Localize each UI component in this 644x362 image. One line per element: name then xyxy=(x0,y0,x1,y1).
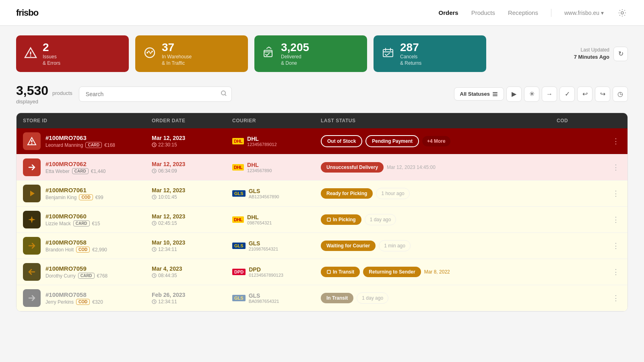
payment-tag: COD xyxy=(76,299,90,305)
status-in-picking: In Picking xyxy=(321,214,361,225)
return-filter-button[interactable]: ↩ xyxy=(577,86,592,102)
status-waiting-for-courier: Waiting for Courier xyxy=(321,241,376,251)
cell-more: ⋮ xyxy=(605,135,621,147)
row-more-button[interactable]: ⋮ xyxy=(611,135,621,147)
courier-logo-dpd: DPD xyxy=(232,269,246,275)
clock-filter-button[interactable]: ◷ xyxy=(613,86,628,102)
table-row[interactable]: #100MRO7063 Leonard Manning CARD €168 Ma… xyxy=(17,128,627,154)
stat-delivered-label: Delivered & Done xyxy=(281,54,309,66)
svg-point-0 xyxy=(621,12,623,14)
refresh-button[interactable]: ↻ xyxy=(613,47,628,61)
cell-courier: GLS GLS BA0987654321 xyxy=(232,292,321,304)
courier-logo-gls: GLS xyxy=(232,295,246,301)
order-meta: Leonard Manning CARD €168 xyxy=(45,142,115,148)
order-meta: Lizzie Mack CARD €15 xyxy=(45,220,100,226)
row-icon-spark xyxy=(23,211,41,228)
cell-status: In Picking 1 day ago xyxy=(321,214,557,225)
row-more-button[interactable]: ⋮ xyxy=(611,161,621,173)
row-more-button[interactable]: ⋮ xyxy=(611,292,621,304)
row-icon-return xyxy=(23,263,41,281)
check-filter-button[interactable]: ✓ xyxy=(559,86,575,102)
cell-store-id: #100MRO7063 Leonard Manning CARD €168 xyxy=(23,132,152,150)
stat-card-delivered[interactable]: 3,205 Delivered & Done xyxy=(254,35,367,72)
nav-domain[interactable]: www.frisbo.eu ▾ xyxy=(564,10,604,16)
order-number: #100MRO7058 xyxy=(45,239,107,246)
order-meta: Etta Weber CARD €1,440 xyxy=(45,168,105,174)
search-box xyxy=(79,86,232,102)
order-number: #100MRO7058 xyxy=(45,291,103,298)
row-more-button[interactable]: ⋮ xyxy=(611,187,621,200)
cell-date: Mar 10, 2023 12:34:11 xyxy=(152,239,232,252)
svg-point-4 xyxy=(147,52,148,53)
table-header: Store ID Order Date Courier Last Status … xyxy=(17,113,627,128)
all-statuses-button[interactable]: All Statuses xyxy=(454,87,504,101)
play-filter-button[interactable]: ▶ xyxy=(506,86,522,102)
cell-more: ⋮ xyxy=(605,292,621,304)
row-icon-play xyxy=(23,185,41,202)
row-more-button[interactable]: ⋮ xyxy=(611,266,621,278)
toolbar: 3,530 products displayed All Statuses xyxy=(16,83,628,105)
cell-store-id: #100MRO7061 Benjamin King COD €99 xyxy=(23,185,152,202)
cell-store-id: #100MRO7058 Brandon Holt COD €2,990 xyxy=(23,237,152,255)
cell-store-id: #100MRO7062 Etta Weber CARD €1,440 xyxy=(23,158,152,176)
th-actions xyxy=(605,118,621,123)
cell-courier: GLS GLS AB1234567890 xyxy=(232,188,321,199)
cell-status: In Transit 1 day ago xyxy=(321,292,557,304)
th-cod: COD xyxy=(557,118,605,123)
status-time: 1 day ago xyxy=(365,214,396,225)
row-icon-arrow-right xyxy=(23,158,41,176)
row-icon-arrow-olive xyxy=(23,237,41,255)
status-ready-for-picking: Ready for Picking xyxy=(321,188,373,199)
cell-status: Out of Stock Pending Payment +4 More xyxy=(321,135,557,147)
nav-orders[interactable]: Orders xyxy=(439,9,458,16)
order-meta: Dorothy Curry CARD €768 xyxy=(45,273,107,279)
table-row[interactable]: #100MRO7059 Dorothy Curry CARD €768 Mar … xyxy=(17,259,627,285)
cell-date: Mar 12, 2023 22:30:15 xyxy=(152,135,232,148)
nav-products[interactable]: Products xyxy=(471,9,495,16)
stat-cancels-number: 287 xyxy=(400,41,421,54)
row-more-button[interactable]: ⋮ xyxy=(611,240,621,252)
svg-point-13 xyxy=(31,143,33,144)
stat-card-cancels[interactable]: 287 Cancels & Returns xyxy=(374,35,486,72)
product-count: 3,530 products displayed xyxy=(16,83,72,105)
filter-bar: All Statuses ▶ ✳ → ✓ ↩ ↪ ◷ xyxy=(454,86,628,102)
cell-more: ⋮ xyxy=(605,187,621,200)
cell-date: Mar 12, 2023 10:01:45 xyxy=(152,187,232,200)
svg-point-8 xyxy=(221,91,225,95)
svg-rect-7 xyxy=(383,49,393,57)
table-row[interactable]: #100MRO7058 Brandon Holt COD €2,990 Mar … xyxy=(17,233,627,259)
row-more-button[interactable]: ⋮ xyxy=(611,214,621,226)
courier-logo-dhl: DHL xyxy=(232,164,244,171)
status-more[interactable]: +4 More xyxy=(422,136,450,146)
search-input[interactable] xyxy=(79,86,232,102)
table-row[interactable]: #100MRO7061 Benjamin King COD €99 Mar 12… xyxy=(17,181,627,207)
asterisk-filter-button[interactable]: ✳ xyxy=(524,86,539,102)
undo-filter-button[interactable]: ↪ xyxy=(595,86,610,102)
cancels-icon xyxy=(382,46,394,62)
table-row[interactable]: #100MRO7060 Lizzie Mack CARD €15 Mar 12,… xyxy=(17,207,627,233)
status-returning: Returning to Sender xyxy=(363,267,421,277)
order-info: #100MRO7059 Dorothy Curry CARD €768 xyxy=(45,265,107,279)
table-row[interactable]: #100MRO7062 Etta Weber CARD €1,440 Mar 1… xyxy=(17,154,627,181)
row-icon-arrow-gray xyxy=(23,289,41,307)
cell-more: ⋮ xyxy=(605,240,621,252)
order-number: #100MRO7059 xyxy=(45,265,107,272)
status-in-transit-gray: In Transit xyxy=(321,293,353,303)
stat-card-warehouse[interactable]: 37 In Warehouse & In Traffic xyxy=(135,35,248,72)
stat-card-issues[interactable]: 2 Issues & Errors xyxy=(16,35,129,72)
order-info: #100MRO7058 Jerry Perkins COD €320 xyxy=(45,291,103,305)
arrow-filter-button[interactable]: → xyxy=(542,86,557,102)
table-row[interactable]: #100MRO7058 Jerry Perkins COD €320 Feb 2… xyxy=(17,285,627,311)
cell-store-id: #100MRO7059 Dorothy Curry CARD €768 xyxy=(23,263,152,281)
gear-icon[interactable] xyxy=(617,7,628,19)
main-content: 2 Issues & Errors 37 In Warehouse xyxy=(0,26,644,321)
status-date: Mar 12, 2023 14:45:00 xyxy=(387,165,436,170)
status-out-of-stock: Out of Stock xyxy=(321,135,362,147)
stat-cards: 2 Issues & Errors 37 In Warehouse xyxy=(16,35,628,72)
svg-rect-1 xyxy=(30,51,31,55)
cell-more: ⋮ xyxy=(605,266,621,278)
nav-receptions[interactable]: Receptions xyxy=(508,9,538,16)
orders-table: Store ID Order Date Courier Last Status … xyxy=(16,113,628,312)
stat-delivered-number: 3,205 xyxy=(281,41,309,54)
status-time: 1 hour ago xyxy=(376,188,409,199)
